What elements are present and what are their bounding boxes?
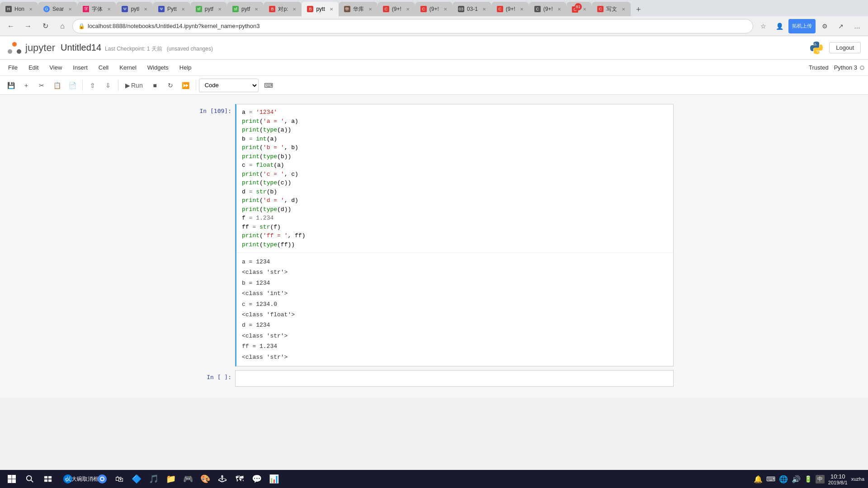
taskbar-network-icon[interactable]: 🌐 <box>779 475 788 483</box>
tab-xiewen[interactable]: C 写文 ✕ <box>592 2 631 16</box>
home-button[interactable]: ⌂ <box>55 19 70 33</box>
tab-9plus2[interactable]: C (9+! ✕ <box>415 2 453 16</box>
taskbar-app-files[interactable]: 📁 <box>163 471 179 487</box>
taskbar-app-ppt[interactable]: 📊 <box>266 471 282 487</box>
code-area-empty[interactable] <box>236 371 673 387</box>
tab-ziti[interactable]: 字 字体 ✕ <box>77 2 116 16</box>
tab-close-icon[interactable]: ✕ <box>443 7 447 12</box>
code-cell-empty[interactable]: In [ ]: <box>194 370 674 387</box>
cut-cell-button[interactable]: ✂ <box>34 79 49 92</box>
cell-type-select[interactable]: Code Markdown Raw NBConvert <box>199 79 259 92</box>
chrome-icon <box>97 474 108 484</box>
menu-cell[interactable]: Cell <box>94 62 113 73</box>
taskbar-notification-icon[interactable]: 🔔 <box>754 475 763 483</box>
tab-close-icon[interactable]: ✕ <box>482 7 486 12</box>
tab-close-icon[interactable]: ✕ <box>330 7 333 12</box>
back-button[interactable]: ← <box>4 19 18 33</box>
start-button[interactable] <box>4 471 20 487</box>
taskbar-app-chrome[interactable] <box>94 471 110 487</box>
bookmark-button[interactable]: ☆ <box>756 19 770 33</box>
move-up-button[interactable]: ⇧ <box>85 79 100 92</box>
tab-9plus4[interactable]: C (9+! ✕ <box>529 2 566 16</box>
taskbar-app-paint[interactable]: 🎨 <box>197 471 213 487</box>
profile-button[interactable]: 👤 <box>772 19 787 33</box>
run-button[interactable]: ▶ Run <box>121 79 147 92</box>
search-button[interactable] <box>22 471 38 487</box>
menu-help[interactable]: Help <box>175 62 196 73</box>
interrupt-button[interactable]: ■ <box>148 79 162 92</box>
tab-huaku[interactable]: 华 华库 ✕ <box>339 2 377 16</box>
svg-line-10 <box>31 480 33 483</box>
tab-close-icon[interactable]: ✕ <box>29 7 33 12</box>
code-area-109[interactable]: a = '1234' print('a = ', a) print(type(a… <box>236 104 673 253</box>
tab-py1[interactable]: Ψ pytl ✕ <box>116 2 153 16</box>
menu-view[interactable]: View <box>45 62 66 73</box>
tab-9plus1[interactable]: C (9+! ✕ <box>377 2 415 16</box>
search-icon <box>26 475 34 483</box>
tab-jupyter-active[interactable]: B pytt ✕ <box>302 2 338 16</box>
tab-ext-badge[interactable]: C 81 ✕ <box>566 2 592 16</box>
menu-kernel[interactable]: Kernel <box>115 62 141 73</box>
tab-03l[interactable]: 03 03-1 ✕ <box>453 2 491 16</box>
taskbar-app-game2[interactable]: 🕹 <box>214 471 231 487</box>
tab-py2[interactable]: Ψ Pytt ✕ <box>153 2 190 16</box>
save-button[interactable]: 💾 <box>4 79 18 92</box>
output-line-4: <class 'int'> <box>242 288 668 299</box>
forward-button[interactable]: → <box>21 19 35 33</box>
tab-close-icon[interactable]: ✕ <box>218 7 222 12</box>
taskbar-app-music[interactable]: 🎵 <box>146 471 162 487</box>
extensions-button[interactable]: ⚙ <box>817 19 832 33</box>
tab-close-icon[interactable]: ✕ <box>622 7 625 12</box>
tab-close-icon[interactable]: ✕ <box>292 7 296 12</box>
tab-9plus3[interactable]: C (9+! ✕ <box>491 2 529 16</box>
cell-content-empty <box>235 370 674 387</box>
tab-close-icon[interactable]: ✕ <box>520 7 524 12</box>
tab-close-icon[interactable]: ✕ <box>583 7 586 12</box>
code-cell-109[interactable]: In [109]: a = '1234' print('a = ', a) pr… <box>194 104 674 366</box>
menu-button[interactable]: … <box>850 19 864 33</box>
logout-button[interactable]: Logout <box>829 42 861 53</box>
menu-file[interactable]: File <box>4 62 22 73</box>
tab-duip[interactable]: B 对p: ✕ <box>264 2 302 16</box>
menu-insert[interactable]: Insert <box>68 62 92 73</box>
notebook-title[interactable]: Untitled14 <box>61 42 101 53</box>
address-bar[interactable]: 🔒 localhost:8888/notebooks/Untitled14.ip… <box>72 19 753 33</box>
restart-run-button[interactable]: ⏩ <box>179 79 193 92</box>
tab-hon[interactable]: H Hon ✕ <box>0 2 38 16</box>
new-tab-button[interactable]: + <box>632 3 645 16</box>
refresh-button[interactable]: ↻ <box>38 19 52 33</box>
taskbar-app-wechat[interactable]: 💬 <box>249 471 265 487</box>
tab-close-icon[interactable]: ✕ <box>368 7 372 12</box>
tab-sf1[interactable]: sf pytf ✕ <box>190 2 227 16</box>
tab-close-icon[interactable]: ✕ <box>107 7 111 12</box>
taskbar-input-icon[interactable]: 中 <box>816 475 825 483</box>
paste-cell-button[interactable]: 📄 <box>65 79 80 92</box>
task-view-button[interactable] <box>40 471 56 487</box>
tab-close-icon[interactable]: ✕ <box>406 7 410 12</box>
tab-close-icon[interactable]: ✕ <box>68 7 72 12</box>
taskbar-app-map[interactable]: 🗺 <box>231 471 248 487</box>
add-cell-button[interactable]: + <box>19 79 33 92</box>
tab-close-icon[interactable]: ✕ <box>181 7 185 12</box>
tab-close-icon[interactable]: ✕ <box>255 7 258 12</box>
menu-edit[interactable]: Edit <box>24 62 43 73</box>
copy-cell-button[interactable]: 📋 <box>50 79 64 92</box>
taskbar-clock[interactable]: 10:10 2019/8/1 <box>828 473 848 485</box>
tab-close-icon[interactable]: ✕ <box>144 7 147 12</box>
taskbar-volume-icon[interactable]: 🔊 <box>792 475 801 483</box>
keyboard-shortcut-button[interactable]: ⌨ <box>261 79 276 92</box>
menu-widgets[interactable]: Widgets <box>143 62 173 73</box>
taskbar-app-3d[interactable]: 🔷 <box>128 471 145 487</box>
jupyter-notebook: jupyter Untitled14 Last Checkpoint: 1 天前… <box>0 36 868 398</box>
move-down-button[interactable]: ⇩ <box>101 79 115 92</box>
translate-button[interactable]: 拓机上传 <box>788 19 816 33</box>
taskbar-app-store[interactable]: 🛍 <box>111 471 127 487</box>
share-button[interactable]: ↗ <box>834 19 848 33</box>
taskbar-keyboard-icon[interactable]: ⌨ <box>766 475 775 483</box>
taskbar-app-game[interactable]: 🎮 <box>180 471 196 487</box>
restart-button[interactable]: ↻ <box>163 79 178 92</box>
tab-close-icon[interactable]: ✕ <box>557 7 561 12</box>
tab-search[interactable]: G Sear ✕ <box>38 2 77 16</box>
tab-sf2[interactable]: sf pytf ✕ <box>227 2 264 16</box>
jupyter-menubar: File Edit View Insert Cell Kernel Widget… <box>0 60 868 76</box>
